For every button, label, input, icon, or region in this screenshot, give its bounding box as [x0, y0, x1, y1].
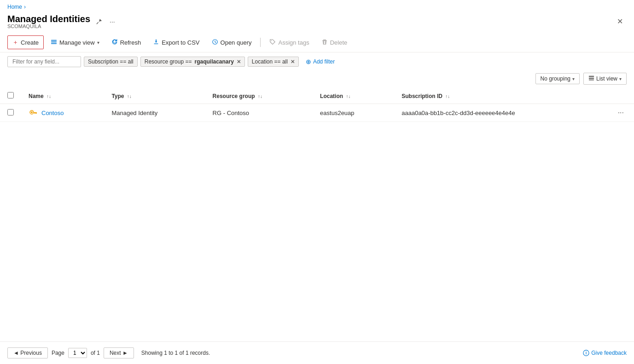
- svg-rect-3: [51, 43, 57, 44]
- header-title-group: Managed Identities SCOMAQUILA: [7, 14, 90, 29]
- delete-label: Delete: [330, 39, 348, 46]
- svg-point-5: [271, 40, 272, 41]
- view-label: List view: [596, 75, 617, 82]
- col-location[interactable]: Location ↑↓: [313, 88, 394, 104]
- table-controls: No grouping ▾ List view ▾: [0, 71, 634, 87]
- assign-tags-label: Assign tags: [278, 39, 309, 46]
- row-more-button[interactable]: ···: [615, 108, 627, 118]
- breadcrumb: Home ›: [0, 0, 634, 12]
- col-type-sort-icon: ↑↓: [127, 94, 132, 99]
- breadcrumb-separator: ›: [24, 4, 26, 10]
- pagination: ◄ Previous Page 1 of 1 Next ► Showing 1 …: [0, 341, 634, 364]
- export-csv-label: Export to CSV: [162, 39, 199, 46]
- manage-view-icon: [51, 39, 57, 46]
- manage-view-label: Manage view: [59, 39, 95, 46]
- col-location-sort-icon: ↑↓: [346, 94, 350, 99]
- more-options-icon: ···: [110, 18, 115, 25]
- svg-rect-13: [35, 112, 35, 114]
- location-filter-close[interactable]: ✕: [291, 59, 295, 65]
- add-filter-button[interactable]: ⊕ Add filter: [302, 56, 339, 67]
- grouping-label: No grouping: [541, 75, 570, 82]
- svg-rect-12: [36, 112, 37, 114]
- row-resource-group-cell: RG - Contoso: [205, 104, 313, 122]
- resource-group-filter-value: rgaquilacanary: [194, 58, 233, 65]
- page-subtitle: SCOMAQUILA: [7, 23, 90, 29]
- export-csv-icon: [153, 39, 159, 46]
- export-csv-button[interactable]: Export to CSV: [148, 36, 204, 49]
- col-type[interactable]: Type ↑↓: [104, 88, 205, 104]
- delete-icon: [321, 39, 328, 46]
- assign-tags-button[interactable]: Assign tags: [264, 36, 314, 49]
- toolbar-divider: [260, 38, 261, 47]
- open-query-icon: [212, 39, 218, 46]
- more-options-button[interactable]: ···: [108, 17, 117, 26]
- col-actions: [608, 88, 634, 104]
- toolbar: ＋ Create Manage view ▾ Refresh Export to…: [0, 33, 634, 52]
- manage-view-chevron: ▾: [97, 40, 99, 45]
- svg-rect-1: [51, 40, 57, 40]
- assign-tags-icon: [269, 39, 276, 46]
- data-table: Name ↑↓ Type ↑↓ Resource group ↑↓ Locati…: [0, 88, 634, 122]
- location-filter-label: Location == all: [252, 58, 288, 65]
- table-header: Name ↑↓ Type ↑↓ Resource group ↑↓ Locati…: [0, 88, 634, 104]
- subscription-filter-tag: Subscription == all: [84, 57, 138, 67]
- feedback-label: Give feedback: [591, 350, 627, 356]
- filter-bar: Subscription == all Resource group == rg…: [0, 52, 634, 71]
- col-resource-group-sort-icon: ↑↓: [258, 94, 262, 99]
- row-checkbox-cell: [0, 104, 21, 122]
- view-icon: [588, 75, 594, 82]
- select-all-header: [0, 88, 21, 104]
- page-label: Page: [52, 350, 64, 356]
- page-info: Showing 1 to 1 of 1 records.: [141, 350, 210, 356]
- open-query-label: Open query: [221, 39, 252, 46]
- view-dropdown[interactable]: List view ▾: [583, 73, 627, 85]
- page-header: Managed Identities SCOMAQUILA ··· ✕: [0, 12, 634, 33]
- create-button[interactable]: ＋ Create: [7, 35, 44, 49]
- col-type-label: Type: [111, 93, 124, 99]
- col-name-sort-icon: ↑↓: [47, 94, 51, 99]
- page-select[interactable]: 1: [68, 348, 87, 358]
- breadcrumb-home[interactable]: Home: [7, 4, 22, 10]
- col-subscription-id[interactable]: Subscription ID ↑↓: [394, 88, 607, 104]
- filter-input[interactable]: [7, 56, 81, 67]
- svg-rect-6: [589, 76, 594, 77]
- row-name-cell: Contoso: [21, 104, 104, 122]
- refresh-button[interactable]: Refresh: [106, 36, 146, 49]
- svg-rect-2: [51, 41, 57, 42]
- location-filter-tag: Location == all ✕: [248, 57, 299, 67]
- previous-page-button[interactable]: ◄ Previous: [7, 347, 48, 358]
- create-icon: ＋: [12, 38, 18, 46]
- resource-group-filter-label: Resource group ==: [145, 58, 192, 65]
- row-subscription-id: aaaa0a0a-bb1b-cc2c-dd3d-eeeeee4e4e4e: [401, 110, 515, 116]
- pin-button[interactable]: [94, 17, 104, 26]
- grouping-chevron-icon: ▾: [572, 76, 575, 81]
- view-chevron-icon: ▾: [619, 76, 622, 81]
- col-subscription-id-label: Subscription ID: [401, 93, 442, 99]
- select-all-checkbox[interactable]: [7, 92, 14, 98]
- resource-group-filter-close[interactable]: ✕: [237, 59, 241, 65]
- grouping-dropdown[interactable]: No grouping ▾: [535, 73, 580, 84]
- next-page-button[interactable]: Next ►: [104, 347, 134, 358]
- delete-button[interactable]: Delete: [316, 36, 353, 49]
- add-filter-label: Add filter: [313, 58, 335, 65]
- resource-group-filter-tag: Resource group == rgaquilacanary ✕: [140, 57, 245, 67]
- add-filter-icon: ⊕: [306, 58, 311, 65]
- refresh-icon: [111, 39, 118, 46]
- open-query-button[interactable]: Open query: [207, 36, 257, 49]
- col-name[interactable]: Name ↑↓: [21, 88, 104, 104]
- col-resource-group[interactable]: Resource group ↑↓: [205, 88, 313, 104]
- col-location-label: Location: [320, 93, 343, 99]
- svg-point-10: [31, 111, 33, 113]
- row-subscription-id-cell: aaaa0a0a-bb1b-cc2c-dd3d-eeeeee4e4e4e: [394, 104, 607, 122]
- manage-view-button[interactable]: Manage view ▾: [46, 36, 105, 49]
- col-subscription-id-sort-icon: ↑↓: [445, 94, 450, 99]
- col-name-label: Name: [29, 93, 44, 99]
- row-resource-group: RG - Contoso: [213, 110, 249, 116]
- row-location: eastus2euap: [320, 110, 354, 116]
- row-name-link[interactable]: Contoso: [41, 110, 64, 116]
- refresh-label: Refresh: [120, 39, 141, 46]
- row-checkbox[interactable]: [7, 109, 14, 116]
- feedback-link[interactable]: Give feedback: [583, 350, 627, 356]
- row-type-cell: Managed Identity: [104, 104, 205, 122]
- close-button[interactable]: ✕: [613, 15, 627, 28]
